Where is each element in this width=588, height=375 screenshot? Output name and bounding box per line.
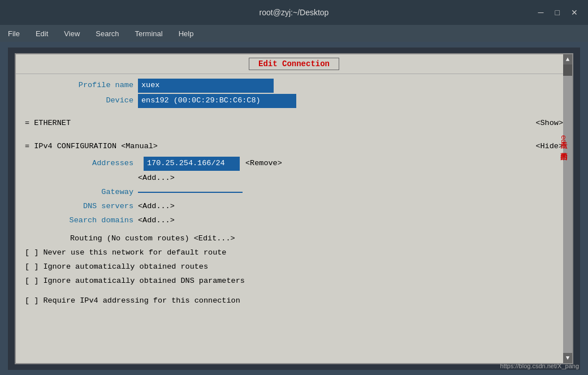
gateway-row: Gateway	[25, 186, 563, 199]
device-value[interactable]: ens192 (00:0C:29:BC:C6:C8)	[138, 94, 296, 108]
addresses-label: Addresses	[25, 157, 138, 170]
add-address-button[interactable]: <Add...>	[138, 172, 175, 185]
profile-name-row: Profile name xuex	[25, 79, 563, 93]
menu-terminal[interactable]: Terminal	[132, 28, 166, 39]
dns-label: DNS servers	[25, 200, 138, 213]
maximize-button[interactable]: □	[552, 7, 563, 18]
terminal-area: Edit Connection Profile name xuex Device…	[8, 48, 580, 370]
scroll-up-button[interactable]: ▲	[563, 54, 572, 64]
close-button[interactable]: ✕	[568, 7, 581, 18]
address-value[interactable]: 170.25.254.166/24	[144, 157, 240, 171]
menu-edit[interactable]: Edit	[32, 28, 51, 39]
gateway-value[interactable]	[138, 192, 243, 193]
checkbox-4[interactable]: [ ] Require IPv4 addressing for this con…	[25, 295, 240, 308]
search-domains-label: Search domains	[25, 214, 138, 227]
edit-connection-dialog: Edit Connection Profile name xuex Device…	[15, 53, 573, 364]
checkbox-2[interactable]: [ ] Ignore automatically obtained routes	[25, 261, 208, 274]
routing-row: Routing (No custom routes) <Edit...>	[25, 232, 563, 245]
search-domains-value[interactable]: <Add...>	[138, 214, 175, 227]
ipv4-label: = IPv4 CONFIGURATION <Manual>	[25, 140, 158, 153]
annotation-text: 点击edit后的界面	[559, 135, 569, 147]
menu-help[interactable]: Help	[175, 28, 197, 39]
checkbox-row-3: [ ] Ignore automatically obtained DNS pa…	[25, 275, 563, 288]
menu-search[interactable]: Search	[92, 28, 122, 39]
add-address-row: <Add...>	[25, 172, 563, 185]
dialog-content: Profile name xuex Device ens192 (00:0C:2…	[16, 74, 572, 313]
scrollbar-track[interactable]	[563, 64, 572, 353]
dns-servers-row: DNS servers <Add...>	[25, 200, 563, 213]
dialog-title-bar: Edit Connection	[16, 54, 572, 74]
search-domains-row: Search domains <Add...>	[25, 214, 563, 227]
checkbox-row-4: [ ] Require IPv4 addressing for this con…	[25, 295, 563, 308]
dialog-title: Edit Connection	[249, 58, 339, 70]
dns-value[interactable]: <Add...>	[138, 200, 175, 213]
checkbox-1[interactable]: [ ] Never use this network for default r…	[25, 247, 226, 260]
ethernet-label: = ETHERNET	[25, 117, 71, 130]
watermark: https://blog.csdn.net/X_pang	[500, 363, 579, 369]
addresses-row: Addresses 170.25.254.166/24 <Remove>	[25, 157, 563, 171]
device-row: Device ens192 (00:0C:29:BC:C6:C8)	[25, 94, 563, 108]
scrollbar: ▲ ▼	[563, 54, 572, 363]
profile-name-label: Profile name	[25, 79, 138, 92]
menu-file[interactable]: File	[5, 28, 23, 39]
checkbox-3[interactable]: [ ] Ignore automatically obtained DNS pa…	[25, 275, 245, 288]
scrollbar-thumb[interactable]	[563, 64, 572, 76]
window-controls: ─ □ ✕	[535, 7, 581, 18]
minimize-button[interactable]: ─	[535, 7, 547, 18]
menu-view[interactable]: View	[60, 28, 83, 39]
scroll-down-button[interactable]: ▼	[563, 353, 572, 363]
remove-button[interactable]: <Remove>	[245, 157, 282, 170]
ethernet-section: = ETHERNET <Show>	[25, 117, 563, 130]
ethernet-show-button[interactable]: <Show>	[535, 117, 563, 130]
ipv4-config-section: = IPv4 CONFIGURATION <Manual> <Hide>	[25, 140, 563, 153]
titlebar: root@zyj:~/Desktop ─ □ ✕	[0, 0, 588, 25]
profile-name-value[interactable]: xuex	[138, 79, 274, 93]
checkbox-row-2: [ ] Ignore automatically obtained routes	[25, 261, 563, 274]
checkbox-row-1: [ ] Never use this network for default r…	[25, 247, 563, 260]
window-title: root@zyj:~/Desktop	[260, 8, 329, 17]
menubar: File Edit View Search Terminal Help	[0, 25, 588, 42]
device-label: Device	[25, 94, 138, 107]
gateway-label: Gateway	[25, 186, 138, 199]
